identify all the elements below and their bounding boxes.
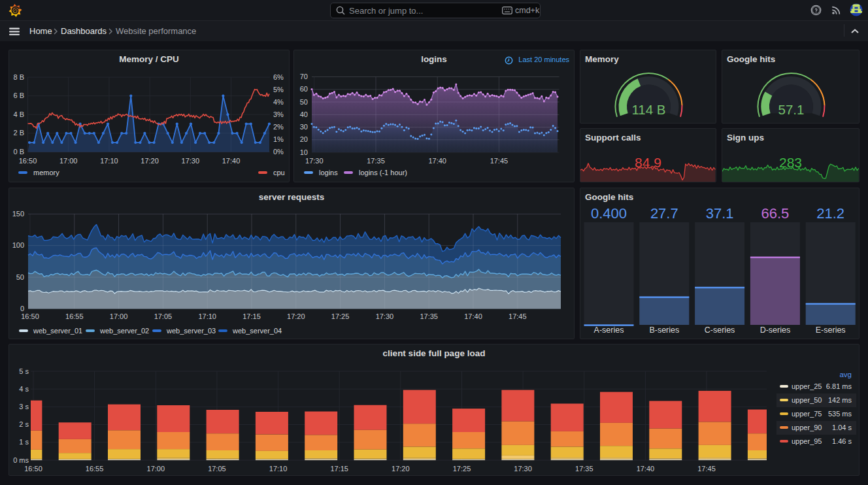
svg-text:17:45: 17:45 [490, 157, 509, 165]
svg-text:2 B: 2 B [13, 129, 24, 137]
svg-text:17:20: 17:20 [141, 157, 159, 165]
svg-text:3 s: 3 s [19, 403, 29, 410]
svg-text:17:25: 17:25 [331, 312, 350, 320]
svg-text:60: 60 [300, 85, 308, 93]
svg-text:17:40: 17:40 [428, 157, 446, 165]
svg-text:4 s: 4 s [19, 385, 29, 393]
svg-text:20: 20 [300, 135, 308, 143]
svg-text:17:15: 17:15 [330, 465, 348, 473]
svg-text:2 s: 2 s [19, 420, 29, 428]
svg-text:100: 100 [12, 241, 24, 249]
svg-text:1%: 1% [273, 135, 284, 143]
svg-text:17:25: 17:25 [453, 465, 471, 473]
svg-text:57.1: 57.1 [778, 102, 805, 117]
svg-text:2%: 2% [273, 123, 284, 131]
svg-text:17:40: 17:40 [637, 465, 655, 473]
svg-text:4 B: 4 B [13, 110, 24, 118]
svg-text:17:10: 17:10 [100, 157, 118, 165]
svg-text:0.400: 0.400 [591, 205, 627, 222]
svg-text:17:30: 17:30 [514, 465, 532, 473]
svg-text:17:15: 17:15 [242, 312, 261, 320]
svg-text:B-series: B-series [649, 326, 679, 335]
svg-text:17:20: 17:20 [287, 312, 305, 320]
svg-text:114 B: 114 B [631, 102, 665, 117]
svg-text:17:05: 17:05 [208, 465, 226, 473]
svg-text:70: 70 [300, 73, 308, 80]
svg-text:6 B: 6 B [13, 92, 24, 99]
svg-text:17:00: 17:00 [147, 465, 165, 473]
svg-text:17:10: 17:10 [269, 465, 288, 473]
svg-text:17:30: 17:30 [376, 312, 394, 320]
svg-text:0%: 0% [273, 148, 284, 156]
svg-text:D-series: D-series [760, 326, 791, 335]
svg-text:17:35: 17:35 [367, 157, 385, 165]
svg-text:17:00: 17:00 [59, 157, 78, 165]
svg-text:21.2: 21.2 [816, 205, 844, 222]
svg-text:5%: 5% [273, 86, 284, 93]
svg-text:0: 0 [20, 305, 24, 312]
svg-text:17:30: 17:30 [305, 157, 324, 165]
svg-text:0 B: 0 B [13, 148, 24, 156]
svg-text:4%: 4% [273, 98, 284, 106]
svg-text:40: 40 [300, 110, 308, 118]
svg-text:E-series: E-series [816, 326, 846, 335]
svg-text:16:50: 16:50 [19, 157, 37, 165]
svg-text:8 B: 8 B [13, 73, 24, 81]
svg-text:17:40: 17:40 [222, 157, 241, 165]
svg-text:17:35: 17:35 [420, 312, 438, 320]
svg-text:17:45: 17:45 [509, 312, 527, 320]
svg-text:17:35: 17:35 [575, 465, 593, 473]
svg-text:16:55: 16:55 [86, 465, 104, 473]
svg-text:16:55: 16:55 [65, 312, 84, 320]
svg-text:27.7: 27.7 [650, 205, 678, 222]
svg-text:0 ms: 0 ms [13, 456, 29, 464]
svg-text:16:50: 16:50 [21, 312, 39, 320]
svg-text:3%: 3% [273, 110, 284, 118]
svg-text:17:10: 17:10 [198, 312, 216, 320]
svg-text:C-series: C-series [705, 326, 735, 335]
svg-text:5 s: 5 s [19, 367, 29, 375]
svg-text:17:20: 17:20 [392, 465, 410, 473]
svg-text:50: 50 [16, 273, 24, 281]
svg-text:16:50: 16:50 [24, 465, 42, 473]
svg-text:17:05: 17:05 [154, 312, 173, 320]
svg-text:150: 150 [12, 210, 24, 218]
svg-text:30: 30 [300, 123, 308, 131]
svg-text:50: 50 [300, 98, 308, 106]
svg-text:66.5: 66.5 [761, 205, 789, 222]
svg-text:10: 10 [300, 148, 308, 156]
svg-text:17:40: 17:40 [464, 312, 482, 320]
svg-text:6%: 6% [273, 73, 284, 81]
svg-text:17:45: 17:45 [697, 465, 716, 473]
svg-text:17:00: 17:00 [110, 312, 128, 320]
svg-text:1 s: 1 s [19, 438, 29, 446]
svg-text:37.1: 37.1 [706, 205, 734, 222]
svg-text:A-series: A-series [594, 326, 624, 335]
svg-text:17:30: 17:30 [182, 157, 200, 165]
